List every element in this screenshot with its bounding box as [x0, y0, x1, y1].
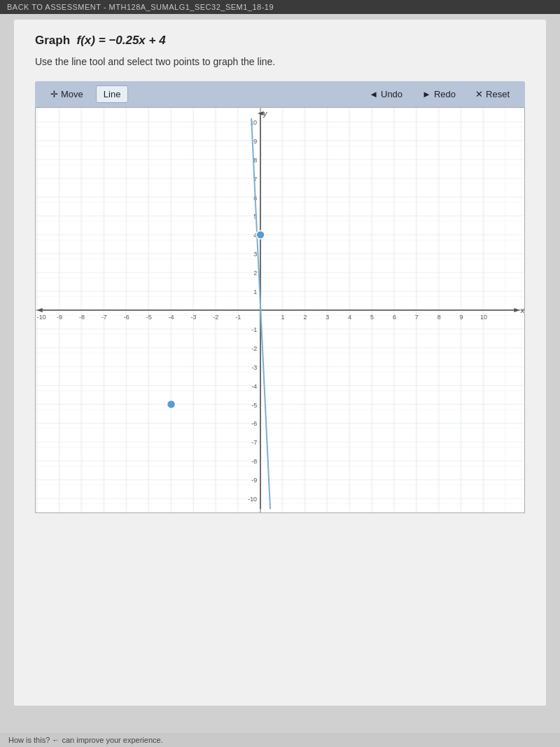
svg-text:9: 9 [460, 314, 463, 321]
svg-text:9: 9 [253, 138, 257, 145]
svg-text:3: 3 [326, 314, 329, 321]
function-display: f(x) = −0.25x + 4 [77, 34, 166, 47]
svg-text:-6: -6 [124, 314, 130, 321]
graph-area[interactable]: x y -1 -2 -3 -4 -5 -6 -7 -8 -9 -10 1 2 3… [35, 107, 525, 513]
move-icon: ✛ [50, 89, 58, 99]
svg-text:2: 2 [303, 314, 307, 321]
line-label: Line [104, 89, 121, 99]
footer-text: How is this? ← can improve your experien… [8, 736, 163, 744]
top-bar: BACK TO ASSESSMENT - MTH128A_SUMALG1_SEC… [0, 0, 560, 14]
svg-text:1: 1 [281, 314, 284, 321]
svg-text:-3: -3 [251, 364, 257, 371]
point-y-intercept[interactable] [256, 230, 265, 239]
svg-text:-6: -6 [251, 420, 257, 427]
svg-text:-3: -3 [190, 314, 196, 321]
svg-text:-8: -8 [79, 314, 85, 321]
bottom-bar: How is this? ← can improve your experien… [0, 733, 560, 747]
redo-label: Redo [434, 89, 456, 99]
svg-text:2: 2 [253, 270, 257, 277]
svg-text:3: 3 [253, 251, 257, 258]
redo-button[interactable]: ► Redo [415, 86, 463, 102]
question-title: Graph f(x) = −0.25x + 4 [35, 34, 525, 48]
undo-label: Undo [381, 89, 402, 99]
svg-text:-4: -4 [169, 314, 174, 321]
point-second[interactable] [167, 400, 176, 409]
move-button[interactable]: ✛ Move [43, 86, 90, 102]
undo-button[interactable]: ◄ Undo [362, 86, 410, 102]
svg-text:-1: -1 [251, 326, 257, 333]
svg-text:-7: -7 [251, 439, 257, 446]
svg-text:-1: -1 [235, 314, 241, 321]
redo-icon: ► [422, 89, 431, 99]
svg-text:4: 4 [348, 314, 351, 321]
svg-text:-5: -5 [251, 402, 257, 409]
svg-text:-2: -2 [213, 314, 218, 321]
instruction-text: Use the line tool and select two points … [35, 56, 525, 67]
svg-text:-9: -9 [251, 477, 257, 484]
reset-label: Reset [486, 89, 510, 99]
undo-icon: ◄ [369, 89, 378, 99]
reset-icon: ✕ [475, 89, 483, 99]
svg-text:-7: -7 [102, 314, 107, 321]
move-label: Move [61, 89, 83, 99]
svg-text:8: 8 [438, 314, 441, 321]
svg-text:-2: -2 [251, 345, 257, 352]
toolbar: ✛ Move Line ◄ Undo ► Redo ✕ Reset [35, 81, 525, 107]
svg-text:-10: -10 [37, 314, 46, 321]
graph-svg[interactable]: x y -1 -2 -3 -4 -5 -6 -7 -8 -9 -10 1 2 3… [36, 108, 524, 512]
main-container: Graph f(x) = −0.25x + 4 Use the line too… [14, 20, 546, 706]
svg-text:5: 5 [370, 314, 374, 321]
svg-text:6: 6 [393, 314, 396, 321]
svg-text:10: 10 [480, 314, 487, 321]
svg-text:-5: -5 [146, 314, 152, 321]
svg-text:-4: -4 [251, 383, 257, 390]
top-bar-title: BACK TO ASSESSMENT - MTH128A_SUMALG1_SEC… [7, 3, 274, 11]
x-axis-label: x [520, 306, 524, 314]
svg-text:-8: -8 [251, 458, 257, 465]
line-button[interactable]: Line [96, 85, 129, 103]
svg-text:-10: -10 [248, 496, 257, 503]
graph-label: Graph [35, 34, 70, 47]
svg-text:7: 7 [415, 314, 419, 321]
svg-text:-9: -9 [57, 314, 62, 321]
reset-button[interactable]: ✕ Reset [468, 86, 517, 102]
svg-text:1: 1 [253, 288, 257, 295]
